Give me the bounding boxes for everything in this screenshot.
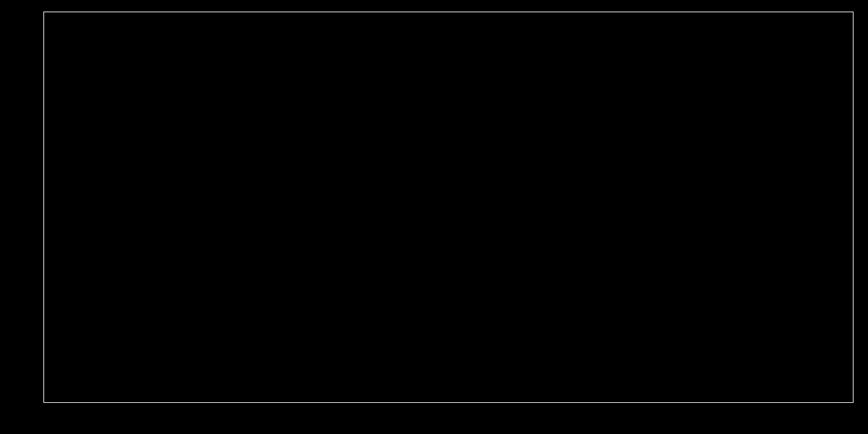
plot-background bbox=[0, 0, 868, 434]
spectrum-viewer bbox=[0, 0, 868, 434]
spectrum-plot bbox=[0, 0, 868, 434]
